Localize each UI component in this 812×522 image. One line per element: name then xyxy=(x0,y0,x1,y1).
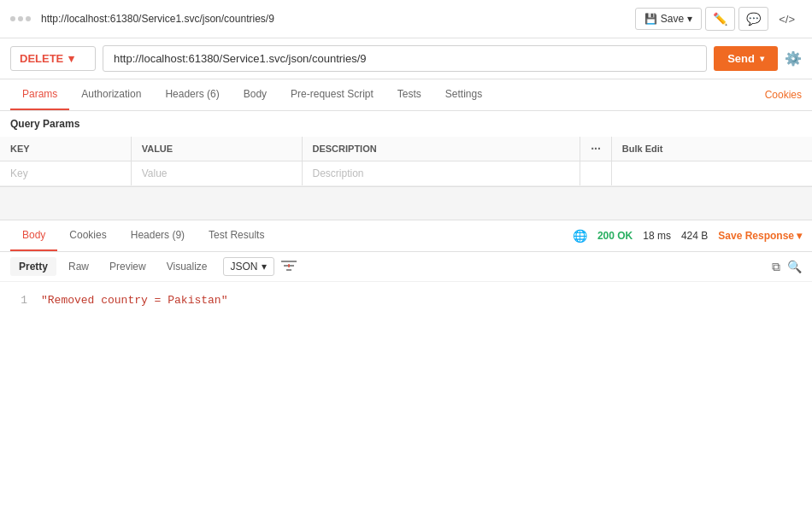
save-icon: 💾 xyxy=(644,13,657,25)
query-params-label: Query Params xyxy=(0,111,812,137)
tab-settings[interactable]: Settings xyxy=(433,79,494,110)
response-section: Body Cookies Headers (9) Test Results 🌐 … xyxy=(0,220,812,367)
save-button[interactable]: 💾 Save ▾ xyxy=(635,8,702,30)
send-label: Send xyxy=(727,52,755,65)
line-number: 1 xyxy=(10,294,27,307)
globe-icon: 🌐 xyxy=(573,229,587,243)
top-bar: http://localhost:61380/Service1.svc/json… xyxy=(0,0,812,38)
tab-tests[interactable]: Tests xyxy=(385,79,433,110)
tab-prerequest[interactable]: Pre-request Script xyxy=(279,79,385,110)
col-description: DESCRIPTION xyxy=(302,137,580,161)
save-response-chevron-icon: ▾ xyxy=(797,230,802,242)
save-chevron-icon: ▾ xyxy=(687,13,692,25)
cookies-link[interactable]: Cookies xyxy=(765,80,802,109)
response-meta: 🌐 200 OK 18 ms 424 B Save Response ▾ xyxy=(573,229,802,243)
filter-icon-button[interactable] xyxy=(281,260,297,274)
settings-icon-button[interactable]: ⚙️ xyxy=(785,50,802,67)
col-more: ··· xyxy=(580,137,612,161)
value-cell[interactable]: Value xyxy=(131,161,302,186)
format-bar-right: ⧉ 🔍 xyxy=(772,260,802,274)
format-raw-button[interactable]: Raw xyxy=(60,257,97,276)
save-response-label: Save Response xyxy=(718,230,794,242)
code-icon-button[interactable]: </> xyxy=(772,9,802,30)
search-icon-button[interactable]: 🔍 xyxy=(787,260,802,274)
tab-params[interactable]: Params xyxy=(10,79,69,110)
col-value: VALUE xyxy=(131,137,302,161)
method-chevron-icon: ▾ xyxy=(68,52,74,65)
dot-3 xyxy=(26,16,31,21)
top-url: http://localhost:61380/Service1.svc/json… xyxy=(41,13,628,25)
tab-body[interactable]: Body xyxy=(232,79,279,110)
table-row: Key Value Description xyxy=(0,161,812,186)
format-visualize-button[interactable]: Visualize xyxy=(158,257,216,276)
response-status: 200 OK xyxy=(597,230,633,242)
row-more-cell xyxy=(580,161,612,186)
method-label: DELETE xyxy=(20,52,63,65)
copy-icon-button[interactable]: ⧉ xyxy=(772,260,780,274)
json-label: JSON xyxy=(231,261,258,273)
json-format-select[interactable]: JSON ▾ xyxy=(223,257,274,276)
format-pretty-button[interactable]: Pretty xyxy=(10,257,56,276)
request-bar: DELETE ▾ Send ▾ ⚙️ xyxy=(0,38,812,79)
tab-headers[interactable]: Headers (6) xyxy=(153,79,231,110)
response-tab-test-results[interactable]: Test Results xyxy=(197,220,276,251)
top-bar-actions: 💾 Save ▾ ✏️ 💬 </> xyxy=(635,7,802,31)
save-label: Save xyxy=(661,13,684,25)
response-body: 1 "Removed country = Pakistan" xyxy=(0,282,812,367)
edit-icon-button[interactable]: ✏️ xyxy=(705,7,735,31)
params-table: KEY VALUE DESCRIPTION ··· Bulk Edit Key … xyxy=(0,137,812,186)
response-tab-headers[interactable]: Headers (9) xyxy=(119,220,197,251)
response-time: 18 ms xyxy=(643,230,671,242)
method-select[interactable]: DELETE ▾ xyxy=(10,46,96,71)
response-tabs-bar: Body Cookies Headers (9) Test Results 🌐 … xyxy=(0,220,812,252)
response-tab-cookies[interactable]: Cookies xyxy=(57,220,118,251)
divider-area xyxy=(0,186,812,220)
bulk-edit-label[interactable]: Bulk Edit xyxy=(611,137,812,161)
line-content: "Removed country = Pakistan" xyxy=(41,294,227,307)
request-tabs-bar: Params Authorization Headers (6) Body Pr… xyxy=(0,79,812,111)
response-size: 424 B xyxy=(681,230,708,242)
row-bulk-cell xyxy=(611,161,812,186)
window-dots xyxy=(10,16,31,21)
col-key: KEY xyxy=(0,137,131,161)
description-cell[interactable]: Description xyxy=(302,161,580,186)
response-line-1: 1 "Removed country = Pakistan" xyxy=(0,292,812,308)
json-chevron-icon: ▾ xyxy=(262,261,267,273)
tab-authorization[interactable]: Authorization xyxy=(69,79,153,110)
more-icon[interactable]: ··· xyxy=(591,142,601,155)
comment-icon-button[interactable]: 💬 xyxy=(738,7,768,31)
dot-2 xyxy=(18,16,23,21)
format-preview-button[interactable]: Preview xyxy=(101,257,155,276)
send-chevron-icon: ▾ xyxy=(760,54,764,63)
key-cell[interactable]: Key xyxy=(0,161,131,186)
response-tab-body[interactable]: Body xyxy=(10,220,57,251)
url-input[interactable] xyxy=(103,45,707,72)
format-bar: Pretty Raw Preview Visualize JSON ▾ ⧉ 🔍 xyxy=(0,252,812,282)
save-response-button[interactable]: Save Response ▾ xyxy=(718,230,802,242)
dot-1 xyxy=(10,16,15,21)
send-button[interactable]: Send ▾ xyxy=(714,46,778,71)
